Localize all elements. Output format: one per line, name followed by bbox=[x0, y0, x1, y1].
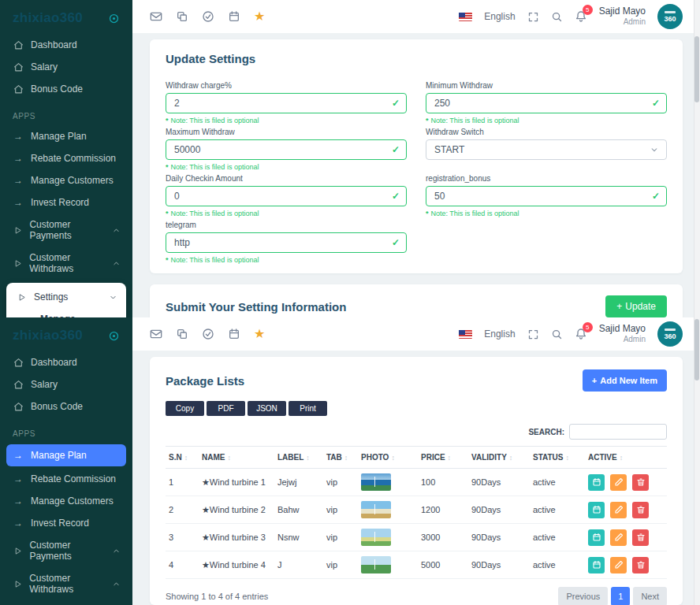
check-circle-icon[interactable] bbox=[202, 328, 214, 340]
arrow-right-icon: → bbox=[13, 154, 24, 163]
calendar-icon[interactable] bbox=[228, 10, 240, 23]
sidebar-item-rebate-commission[interactable]: → Rebate Commission bbox=[0, 147, 132, 169]
column-header-label[interactable]: LABEL↕ bbox=[274, 447, 323, 469]
record-icon[interactable] bbox=[108, 13, 120, 24]
column-header-status[interactable]: STATUS↕ bbox=[530, 447, 585, 469]
withdraw-charge-input[interactable] bbox=[166, 93, 407, 113]
arrow-right-icon: → bbox=[13, 132, 24, 141]
home-icon bbox=[13, 402, 24, 412]
fullscreen-icon[interactable] bbox=[527, 11, 539, 23]
column-header-tab[interactable]: TAB↕ bbox=[323, 447, 358, 469]
sidebar-item-dashboard[interactable]: Dashboard bbox=[0, 351, 132, 373]
edit-button[interactable] bbox=[610, 529, 627, 546]
sidebar-item-customer-withdraws[interactable]: Customer Withdraws bbox=[0, 247, 132, 280]
sidebar-item-invest-record[interactable]: → Invest Record bbox=[0, 512, 132, 534]
json-export-button[interactable]: JSON bbox=[248, 401, 286, 416]
maximum-withdraw-input[interactable] bbox=[166, 139, 407, 160]
sidebar-item-customer-payments[interactable]: Customer Payments bbox=[0, 213, 132, 247]
record-icon[interactable] bbox=[108, 330, 120, 342]
view-schedule-button[interactable] bbox=[588, 474, 605, 491]
column-header-photo[interactable]: PHOTO↕ bbox=[358, 447, 418, 469]
mail-icon[interactable] bbox=[150, 10, 162, 23]
sidebar-item-salary[interactable]: Salary bbox=[0, 56, 132, 78]
sidebar-item-rebate-commission[interactable]: → Rebate Commission bbox=[0, 468, 132, 490]
update-button[interactable]: + Update bbox=[605, 295, 667, 317]
sidebar-item-label: Settings bbox=[34, 291, 68, 302]
pdf-export-button[interactable]: PDF bbox=[207, 401, 245, 416]
sidebar-item-bonus-code[interactable]: Bonus Code bbox=[0, 78, 132, 100]
arrow-right-icon: → bbox=[13, 496, 24, 506]
sidebar-item-manage-plan[interactable]: → Manage Plan bbox=[0, 125, 132, 147]
notifications-bell[interactable]: 5 bbox=[575, 10, 587, 23]
next-page-button[interactable]: Next bbox=[633, 587, 667, 605]
notifications-bell[interactable]: 5 bbox=[575, 328, 587, 340]
search-icon[interactable] bbox=[551, 328, 563, 340]
copy-icon[interactable] bbox=[176, 10, 188, 23]
column-header-validity[interactable]: VALIDITY↕ bbox=[468, 447, 530, 469]
star-icon[interactable]: ★ bbox=[254, 10, 265, 23]
vertical-scrollbar[interactable] bbox=[694, 0, 700, 317]
sort-icon: ↕ bbox=[227, 454, 231, 462]
column-header-sn[interactable]: S.N↕ bbox=[166, 447, 199, 469]
scrollbar-thumb[interactable] bbox=[694, 319, 699, 380]
view-schedule-button[interactable] bbox=[588, 557, 605, 573]
field-label: Withdraw charge% bbox=[166, 81, 407, 91]
language-selector[interactable]: English bbox=[484, 11, 515, 22]
sidebar-item-label: Salary bbox=[31, 379, 58, 390]
star-icon[interactable]: ★ bbox=[254, 328, 265, 340]
print-export-button[interactable]: Print bbox=[289, 401, 327, 416]
column-header-active[interactable]: ACTIVE↕ bbox=[585, 447, 667, 469]
edit-button[interactable] bbox=[610, 557, 627, 573]
edit-button[interactable] bbox=[610, 502, 627, 518]
avatar[interactable]: 360 bbox=[657, 321, 683, 347]
mail-icon[interactable] bbox=[150, 328, 162, 340]
delete-button[interactable] bbox=[632, 502, 649, 518]
language-selector[interactable]: English bbox=[484, 328, 515, 340]
page-1-button[interactable]: 1 bbox=[611, 587, 630, 605]
user-menu[interactable]: Sajid Mayo Admin bbox=[599, 6, 646, 28]
scrollbar-thumb[interactable] bbox=[694, 36, 699, 102]
add-new-item-button[interactable]: + Add New Item bbox=[583, 369, 667, 392]
sidebar-item-manage-methods[interactable]: → Manage Methods bbox=[9, 308, 123, 317]
edit-button[interactable] bbox=[610, 474, 627, 491]
column-header-price[interactable]: PRICE↕ bbox=[418, 447, 468, 469]
fullscreen-icon[interactable] bbox=[527, 328, 539, 340]
vertical-scrollbar[interactable] bbox=[694, 317, 700, 605]
package-photo bbox=[361, 556, 391, 573]
sidebar-item-manage-customers[interactable]: → Manage Customers bbox=[0, 169, 132, 191]
delete-button[interactable] bbox=[632, 474, 649, 491]
copy-export-button[interactable]: Copy bbox=[166, 401, 204, 416]
sidebar-item-customer-withdraws[interactable]: Customer Withdraws bbox=[0, 567, 132, 600]
column-header-name[interactable]: NAME↕ bbox=[199, 447, 274, 469]
sidebar-item-settings-group[interactable]: Settings bbox=[0, 600, 132, 605]
sidebar-item-manage-plan-active[interactable]: → Manage Plan bbox=[6, 444, 126, 466]
sidebar-item-bonus-code[interactable]: Bonus Code bbox=[0, 395, 132, 418]
sidebar-item-manage-customers[interactable]: → Manage Customers bbox=[0, 490, 132, 512]
delete-button[interactable] bbox=[632, 557, 649, 573]
delete-button[interactable] bbox=[632, 529, 649, 546]
calendar-icon[interactable] bbox=[228, 328, 240, 340]
previous-page-button[interactable]: Previous bbox=[558, 587, 608, 605]
minimum-withdraw-input[interactable] bbox=[426, 93, 667, 113]
registration-bonus-input[interactable] bbox=[426, 186, 667, 206]
search-input[interactable] bbox=[569, 424, 667, 440]
valid-check-icon: ✓ bbox=[652, 98, 660, 109]
plus-icon: + bbox=[592, 376, 597, 385]
sidebar-item-salary[interactable]: Salary bbox=[0, 373, 132, 395]
withdraw-switch-select[interactable]: START bbox=[426, 139, 667, 160]
sidebar-item-customer-payments[interactable]: Customer Payments bbox=[0, 534, 132, 567]
sort-icon: ↕ bbox=[620, 454, 624, 462]
user-menu[interactable]: Sajid Mayo Admin bbox=[599, 323, 646, 345]
view-schedule-button[interactable] bbox=[588, 529, 605, 546]
sidebar-item-invest-record[interactable]: → Invest Record bbox=[0, 191, 132, 213]
sidebar-item-settings-parent[interactable]: Settings bbox=[9, 286, 123, 308]
search-icon[interactable] bbox=[551, 11, 563, 23]
daily-checkin-input[interactable] bbox=[166, 186, 407, 206]
telegram-input[interactable] bbox=[166, 232, 407, 253]
arrow-right-icon: → bbox=[13, 176, 24, 185]
copy-icon[interactable] bbox=[176, 328, 188, 340]
avatar[interactable]: 360 bbox=[657, 4, 683, 29]
check-circle-icon[interactable] bbox=[202, 10, 214, 23]
view-schedule-button[interactable] bbox=[588, 502, 605, 518]
sidebar-item-dashboard[interactable]: Dashboard bbox=[0, 34, 132, 56]
